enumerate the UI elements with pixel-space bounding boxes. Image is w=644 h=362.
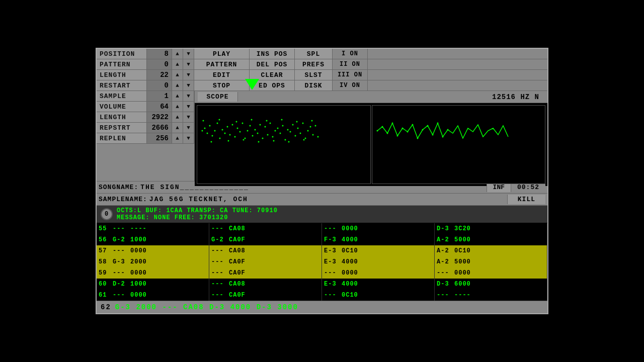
iii-on-button[interactable]: III ON: [333, 70, 368, 80]
volume-up[interactable]: ▲: [172, 102, 183, 112]
svg-point-8: [222, 129, 223, 131]
length-label: LENGTH: [97, 70, 147, 80]
position-row: POSITION 8 ▲ ▼ PLAY INS POS SPL I ON: [97, 49, 547, 59]
prefs-button[interactable]: PREFS: [295, 59, 333, 69]
pattern-button[interactable]: PATTERN: [194, 59, 250, 69]
svg-point-17: [245, 138, 246, 139]
del-pos-button[interactable]: DEL POS: [250, 59, 295, 69]
svg-point-63: [381, 126, 383, 128]
svg-point-72: [427, 125, 428, 127]
replen-value: 256: [147, 133, 172, 143]
clear-button[interactable]: CLEAR: [250, 70, 295, 80]
replen-row: REPLEN 256 ▲ ▼: [97, 133, 194, 144]
tracker-col-2: --- 0000 F-3 4000 E-3 0C10 E-3 4000 --- …: [322, 223, 435, 301]
tracker-row-1-0: --- CA08: [209, 223, 321, 234]
svg-point-40: [302, 123, 304, 124]
svg-point-60: [303, 139, 305, 141]
svg-point-28: [272, 136, 274, 138]
svg-point-3: [209, 125, 211, 127]
svg-point-58: [288, 141, 290, 143]
ins-pos-button[interactable]: INS POS: [250, 49, 295, 59]
svg-point-16: [242, 123, 244, 124]
svg-point-5: [214, 130, 216, 132]
position-down[interactable]: ▼: [183, 49, 194, 59]
sample-down[interactable]: ▼: [183, 91, 194, 101]
svg-point-22: [257, 133, 259, 134]
ii-on-button[interactable]: II ON: [333, 59, 368, 69]
scope-left: [197, 105, 371, 184]
edit-button[interactable]: EDIT: [194, 70, 250, 80]
svg-point-20: [252, 135, 254, 137]
tracker-row-0-6: 61 --- 0000: [97, 290, 209, 301]
scope-right: [372, 105, 546, 184]
length-up[interactable]: ▲: [172, 70, 183, 80]
tracker-row-0-2: 57 --- 0000: [97, 245, 209, 256]
replen-down[interactable]: ▼: [183, 133, 194, 143]
svg-point-37: [295, 135, 296, 137]
svg-point-10: [227, 126, 228, 128]
svg-point-75: [442, 136, 443, 138]
kill-button[interactable]: KILL: [507, 195, 545, 204]
svg-point-69: [412, 124, 413, 126]
info-circle: 0: [101, 208, 113, 220]
svg-point-36: [292, 124, 294, 126]
svg-point-48: [211, 141, 212, 143]
tracker-row-3-6: --- ----: [435, 290, 547, 301]
info-text-line1: OCTS:L BUF: 1CAA TRANSP: CA TUNE: 70910: [117, 207, 278, 214]
scope-left-svg: [197, 106, 370, 184]
svg-point-42: [307, 130, 309, 132]
slst-button[interactable]: SLST: [295, 70, 333, 80]
tracker-row-2-4: --- 0000: [322, 267, 434, 279]
tracker-row-1-2: --- CA08: [209, 245, 321, 256]
length-down[interactable]: ▼: [183, 70, 194, 80]
replen-up[interactable]: ▲: [172, 133, 183, 143]
tracker-row-3-1: A-2 5000: [435, 234, 547, 245]
replen-label: REPLEN: [97, 133, 147, 143]
play-button[interactable]: PLAY: [194, 49, 250, 59]
repstrt-up[interactable]: ▲: [172, 123, 183, 133]
svg-point-14: [237, 128, 238, 129]
svg-point-68: [407, 131, 408, 133]
svg-point-12: [232, 124, 233, 126]
repstrt-down[interactable]: ▼: [183, 123, 194, 133]
restart-down[interactable]: ▼: [183, 80, 194, 90]
volume-down[interactable]: ▼: [183, 102, 194, 112]
tracker-row-0-5: 60 D-2 1000: [97, 279, 209, 290]
spl-button[interactable]: SPL: [295, 49, 333, 59]
tracker-row-2-5: E-3 4000: [322, 279, 434, 290]
tracker-row-1-4: --- CA0F: [209, 267, 321, 279]
sample-label: SAMPLE: [97, 91, 147, 101]
length2-up[interactable]: ▲: [172, 112, 183, 122]
svg-point-35: [290, 131, 291, 133]
stop-button[interactable]: STOP: [194, 80, 250, 90]
svg-point-23: [260, 124, 261, 126]
pattern-value: 0: [147, 59, 172, 69]
tracker-row-1-6: --- CA0F: [209, 290, 321, 301]
sample-up[interactable]: ▲: [172, 91, 183, 101]
position-up[interactable]: ▲: [172, 49, 183, 59]
tracker-col-0: 55 --- ---- 56 G-2 1000 57 --- 0000 58 G…: [97, 223, 209, 301]
i-on-button[interactable]: I ON: [333, 49, 368, 59]
length2-down[interactable]: ▼: [183, 112, 194, 122]
hz-display: 12516 HZ N: [238, 93, 544, 101]
bottom-data: G-3 2000 --- CA08 D-3 4000 D-3 3000: [115, 303, 298, 311]
pattern-row: PATTERN 0 ▲ ▼ PATTERN DEL POS PREFS II O…: [97, 59, 547, 70]
pattern-down[interactable]: ▼: [183, 59, 194, 69]
svg-point-30: [277, 128, 279, 129]
samplename-value: JAG 56G TECKNET, OCH: [149, 196, 507, 203]
tracker-col-1: --- CA08 G-2 CA0F --- CA08 --- CA0F --- …: [209, 223, 322, 301]
length2-label: LENGTH: [97, 112, 147, 122]
info-text: OCTS:L BUF: 1CAA TRANSP: CA TUNE: 70910 …: [117, 207, 278, 221]
svg-point-25: [265, 126, 266, 128]
svg-point-7: [219, 138, 221, 139]
tracker-row-2-2: E-3 0C10: [322, 245, 434, 256]
scope-button[interactable]: SCOPE: [198, 92, 238, 102]
disk-button[interactable]: DISK: [295, 80, 333, 90]
pattern-up[interactable]: ▲: [172, 59, 183, 69]
sample-value: 1: [147, 91, 172, 101]
tracker-row-3-4: --- 0000: [435, 267, 547, 279]
restart-up[interactable]: ▲: [172, 80, 183, 90]
iv-on-button[interactable]: IV ON: [333, 80, 368, 90]
volume-row: VOLUME 64 ▲ ▼: [97, 102, 194, 112]
tracker-row-2-1: F-3 4000: [322, 234, 434, 245]
